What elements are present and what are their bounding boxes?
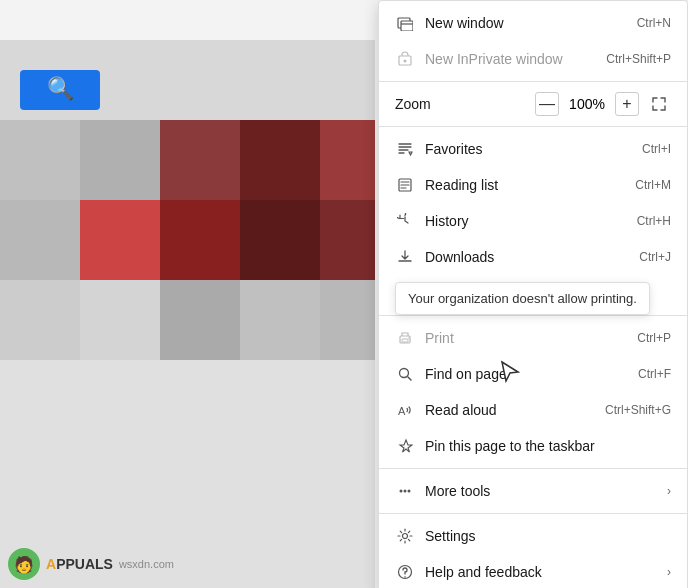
menu-item-pin-taskbar[interactable]: Pin this page to the taskbar xyxy=(379,428,687,464)
print-icon xyxy=(395,328,415,348)
print-row: Your organization doesn't allow printing… xyxy=(379,320,687,356)
dropdown-menu: New window Ctrl+N New InPrivate window C… xyxy=(378,0,688,588)
history-shortcut: Ctrl+H xyxy=(637,214,671,228)
menu-item-downloads[interactable]: Downloads Ctrl+J xyxy=(379,239,687,275)
inprivate-label: New InPrivate window xyxy=(425,51,606,67)
divider-2 xyxy=(379,126,687,127)
read-aloud-icon: A xyxy=(395,400,415,420)
print-tooltip: Your organization doesn't allow printing… xyxy=(395,282,650,315)
favorites-label: Favorites xyxy=(425,141,642,157)
settings-label: Settings xyxy=(425,528,671,544)
more-tools-arrow: › xyxy=(667,484,671,498)
zoom-controls: — 100% + xyxy=(535,92,671,116)
svg-rect-9 xyxy=(0,200,80,280)
svg-rect-17 xyxy=(240,280,320,360)
print-label: Print xyxy=(425,330,637,346)
read-aloud-shortcut: Ctrl+Shift+G xyxy=(605,403,671,417)
svg-rect-33 xyxy=(402,339,408,342)
svg-rect-15 xyxy=(80,280,160,360)
help-feedback-arrow: › xyxy=(667,565,671,579)
divider-4 xyxy=(379,468,687,469)
zoom-increase-btn[interactable]: + xyxy=(615,92,639,116)
reading-list-label: Reading list xyxy=(425,177,635,193)
favorites-icon xyxy=(395,139,415,159)
divider-5 xyxy=(379,513,687,514)
read-aloud-label: Read aloud xyxy=(425,402,605,418)
svg-point-35 xyxy=(400,369,409,378)
menu-item-read-aloud[interactable]: A Read aloud Ctrl+Shift+G xyxy=(379,392,687,428)
print-shortcut: Ctrl+P xyxy=(637,331,671,345)
menu-item-more-tools[interactable]: More tools › xyxy=(379,473,687,509)
svg-point-34 xyxy=(408,337,410,339)
reading-list-icon xyxy=(395,175,415,195)
svg-rect-8 xyxy=(320,120,375,200)
new-window-shortcut: Ctrl+N xyxy=(637,16,671,30)
page-content: 🔍 🧑 APPUALS wsxdn.com xyxy=(0,40,375,588)
svg-text:🔍: 🔍 xyxy=(47,75,75,102)
content-area: 🔍 🧑 APPUALS wsxdn.com xyxy=(0,40,375,588)
menu-item-favorites[interactable]: Favorites Ctrl+I xyxy=(379,131,687,167)
zoom-fullscreen-btn[interactable] xyxy=(647,92,671,116)
menu-item-help-feedback[interactable]: Help and feedback › xyxy=(379,554,687,588)
zoom-row: Zoom — 100% + xyxy=(379,86,687,122)
svg-rect-23 xyxy=(401,21,413,31)
svg-rect-10 xyxy=(80,200,160,280)
divider-3 xyxy=(379,315,687,316)
menu-item-print: Print Ctrl+P xyxy=(379,320,687,356)
favorites-shortcut: Ctrl+I xyxy=(642,142,671,156)
svg-point-40 xyxy=(403,534,408,539)
help-feedback-label: Help and feedback xyxy=(425,564,659,580)
settings-icon xyxy=(395,526,415,546)
history-icon xyxy=(395,211,415,231)
menu-item-settings[interactable]: Settings xyxy=(379,518,687,554)
downloads-shortcut: Ctrl+J xyxy=(639,250,671,264)
svg-rect-13 xyxy=(320,200,375,280)
svg-point-39 xyxy=(408,490,411,493)
reading-list-shortcut: Ctrl+M xyxy=(635,178,671,192)
zoom-label: Zoom xyxy=(395,96,535,112)
menu-item-reading-list[interactable]: Reading list Ctrl+M xyxy=(379,167,687,203)
svg-text:A: A xyxy=(398,405,406,417)
find-on-page-label: Find on page xyxy=(425,366,638,382)
browser-background: 🔍 🧑 APPUALS wsxdn.com New wi xyxy=(0,0,688,588)
history-label: History xyxy=(425,213,637,229)
downloads-icon xyxy=(395,247,415,267)
svg-rect-7 xyxy=(240,120,320,200)
find-icon xyxy=(395,364,415,384)
svg-point-42 xyxy=(404,576,406,578)
new-window-label: New window xyxy=(425,15,637,31)
svg-point-38 xyxy=(404,490,407,493)
divider-1 xyxy=(379,81,687,82)
more-tools-label: More tools xyxy=(425,483,659,499)
zoom-value: 100% xyxy=(567,96,607,112)
svg-rect-16 xyxy=(160,280,240,360)
menu-item-new-window[interactable]: New window Ctrl+N xyxy=(379,5,687,41)
more-tools-icon xyxy=(395,481,415,501)
pin-taskbar-label: Pin this page to the taskbar xyxy=(425,438,671,454)
svg-rect-12 xyxy=(240,200,320,280)
downloads-label: Downloads xyxy=(425,249,639,265)
find-on-page-shortcut: Ctrl+F xyxy=(638,367,671,381)
new-window-icon xyxy=(395,13,415,33)
zoom-decrease-btn[interactable]: — xyxy=(535,92,559,116)
watermark-text: wsxdn.com xyxy=(119,558,174,570)
menu-item-inprivate: New InPrivate window Ctrl+Shift+P xyxy=(379,41,687,77)
svg-rect-11 xyxy=(160,200,240,280)
svg-rect-5 xyxy=(80,120,160,200)
pin-taskbar-icon xyxy=(395,436,415,456)
svg-point-26 xyxy=(404,60,407,63)
svg-rect-6 xyxy=(160,120,240,200)
menu-item-history[interactable]: History Ctrl+H xyxy=(379,203,687,239)
inprivate-icon xyxy=(395,49,415,69)
help-icon xyxy=(395,562,415,582)
svg-point-37 xyxy=(400,490,403,493)
inprivate-shortcut: Ctrl+Shift+P xyxy=(606,52,671,66)
svg-rect-18 xyxy=(320,280,375,360)
svg-rect-14 xyxy=(0,280,80,360)
menu-item-find-on-page[interactable]: Find on page Ctrl+F xyxy=(379,356,687,392)
svg-rect-4 xyxy=(0,120,80,200)
